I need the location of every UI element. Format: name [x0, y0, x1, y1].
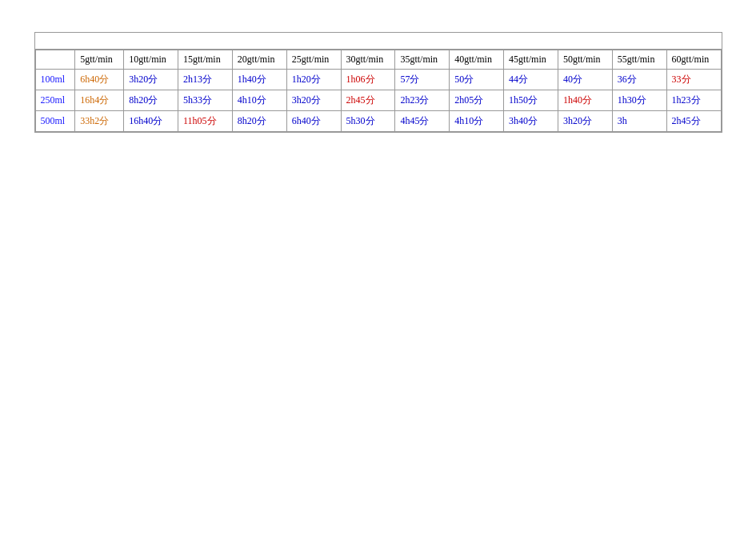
cell-r0-c6: 57分: [395, 70, 450, 90]
cell-r2-c0: 33h2分: [75, 111, 124, 132]
cell-r1-c6: 2h23分: [395, 90, 450, 111]
header-col-8: 40gtt/min: [450, 50, 504, 70]
table-row: 250ml16h4分8h20分5h33分4h10分3h20分2h45分2h23分…: [35, 90, 721, 111]
main-table-wrapper: 5gtt/min10gtt/min15gtt/min20gtt/min25gtt…: [34, 32, 722, 133]
cell-r0-c3: 1h40分: [232, 70, 286, 90]
cell-r2-c3: 8h20分: [232, 111, 286, 132]
cell-r1-c5: 2h45分: [341, 90, 395, 111]
table-row: 500ml33h2分16h40分11h05分8h20分6h40分5h30分4h4…: [35, 111, 721, 132]
header-empty: [35, 50, 75, 70]
cell-r2-c7: 4h10分: [450, 111, 504, 132]
cell-r0-c10: 36分: [612, 70, 666, 90]
cell-r0-c4: 1h20分: [286, 70, 341, 90]
header-col-6: 30gtt/min: [341, 50, 395, 70]
header-col-5: 25gtt/min: [286, 50, 341, 70]
cell-r1-c10: 1h30分: [612, 90, 666, 111]
cell-r2-c9: 3h20分: [558, 111, 612, 132]
cell-r0-c8: 44分: [504, 70, 558, 90]
cell-r1-c7: 2h05分: [450, 90, 504, 111]
cell-r1-c1: 8h20分: [124, 90, 178, 111]
data-table: 5gtt/min10gtt/min15gtt/min20gtt/min25gtt…: [35, 50, 722, 132]
cell-r2-c8: 3h40分: [504, 111, 558, 132]
row-label-0: 100ml: [35, 70, 75, 90]
header-col-9: 45gtt/min: [504, 50, 558, 70]
cell-r2-c11: 2h45分: [666, 111, 721, 132]
cell-r0-c7: 50分: [450, 70, 504, 90]
cell-r0-c11: 33分: [666, 70, 721, 90]
header-col-7: 35gtt/min: [395, 50, 450, 70]
header-row: 5gtt/min10gtt/min15gtt/min20gtt/min25gtt…: [35, 50, 721, 70]
cell-r0-c5: 1h06分: [341, 70, 395, 90]
cell-r1-c4: 3h20分: [286, 90, 341, 111]
cell-r1-c11: 1h23分: [666, 90, 721, 111]
cell-r2-c1: 16h40分: [124, 111, 178, 132]
cell-r2-c6: 4h45分: [395, 111, 450, 132]
header-col-10: 50gtt/min: [558, 50, 612, 70]
header-col-4: 20gtt/min: [232, 50, 286, 70]
cell-r1-c8: 1h50分: [504, 90, 558, 111]
cell-r2-c2: 11h05分: [178, 111, 233, 132]
cell-r1-c9: 1h40分: [558, 90, 612, 111]
table-row: 100ml6h40分3h20分2h13分1h40分1h20分1h06分57分50…: [35, 70, 721, 90]
header-col-12: 60gtt/min: [666, 50, 721, 70]
row-label-1: 250ml: [35, 90, 75, 111]
header-col-1: 5gtt/min: [75, 50, 124, 70]
cell-r0-c9: 40分: [558, 70, 612, 90]
cell-r2-c4: 6h40分: [286, 111, 341, 132]
cell-r1-c2: 5h33分: [178, 90, 233, 111]
header-col-11: 55gtt/min: [612, 50, 666, 70]
row-label-2: 500ml: [35, 111, 75, 132]
cell-r0-c1: 3h20分: [124, 70, 178, 90]
cell-r1-c3: 4h10分: [232, 90, 286, 111]
cell-r2-c5: 5h30分: [341, 111, 395, 132]
header-col-2: 10gtt/min: [124, 50, 178, 70]
cell-r2-c10: 3h: [612, 111, 666, 132]
header-col-3: 15gtt/min: [178, 50, 233, 70]
cell-r1-c0: 16h4分: [75, 90, 124, 111]
cell-r0-c2: 2h13分: [178, 70, 233, 90]
cell-r0-c0: 6h40分: [75, 70, 124, 90]
table-title: [35, 33, 722, 50]
